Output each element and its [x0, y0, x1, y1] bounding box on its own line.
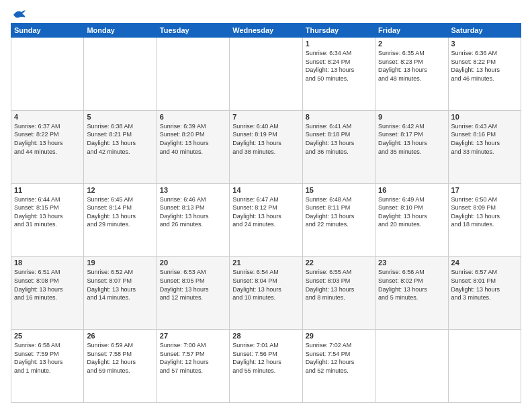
calendar-cell: 15Sunrise: 6:48 AM Sunset: 8:11 PM Dayli… [302, 183, 375, 257]
weekday-header-monday: Monday [84, 24, 157, 38]
calendar-week-row: 25Sunrise: 6:58 AM Sunset: 7:59 PM Dayli… [11, 330, 521, 403]
calendar-cell: 10Sunrise: 6:43 AM Sunset: 8:16 PM Dayli… [448, 110, 521, 183]
calendar-cell [448, 330, 521, 403]
day-info: Sunrise: 7:02 AM Sunset: 7:54 PM Dayligh… [306, 341, 372, 375]
day-number: 25 [14, 332, 81, 340]
calendar-header-row: SundayMondayTuesdayWednesdayThursdayFrid… [11, 24, 521, 38]
day-number: 20 [160, 259, 226, 267]
day-info: Sunrise: 6:50 AM Sunset: 8:09 PM Dayligh… [451, 195, 518, 229]
day-info: Sunrise: 6:43 AM Sunset: 8:16 PM Dayligh… [451, 122, 518, 156]
day-number: 27 [160, 332, 226, 340]
day-info: Sunrise: 6:36 AM Sunset: 8:22 PM Dayligh… [451, 49, 518, 83]
calendar-cell: 16Sunrise: 6:49 AM Sunset: 8:10 PM Dayli… [375, 183, 448, 257]
calendar-cell: 5Sunrise: 6:38 AM Sunset: 8:21 PM Daylig… [84, 110, 157, 183]
calendar-cell: 13Sunrise: 6:46 AM Sunset: 8:13 PM Dayli… [157, 183, 229, 257]
day-number: 12 [87, 186, 153, 194]
day-info: Sunrise: 6:53 AM Sunset: 8:05 PM Dayligh… [160, 268, 226, 302]
calendar-cell: 6Sunrise: 6:39 AM Sunset: 8:20 PM Daylig… [157, 110, 229, 183]
day-number: 14 [232, 186, 299, 194]
day-number: 8 [306, 113, 372, 121]
day-info: Sunrise: 6:44 AM Sunset: 8:15 PM Dayligh… [14, 195, 81, 229]
day-info: Sunrise: 6:38 AM Sunset: 8:21 PM Dayligh… [87, 122, 153, 156]
day-info: Sunrise: 6:58 AM Sunset: 7:59 PM Dayligh… [14, 341, 81, 375]
calendar-cell: 14Sunrise: 6:47 AM Sunset: 8:12 PM Dayli… [230, 183, 302, 257]
day-info: Sunrise: 6:51 AM Sunset: 8:08 PM Dayligh… [14, 268, 81, 302]
calendar-cell: 9Sunrise: 6:42 AM Sunset: 8:17 PM Daylig… [375, 110, 448, 183]
calendar-cell: 25Sunrise: 6:58 AM Sunset: 7:59 PM Dayli… [11, 330, 84, 403]
calendar-cell: 2Sunrise: 6:35 AM Sunset: 8:23 PM Daylig… [375, 38, 448, 111]
day-number: 24 [451, 259, 518, 267]
day-info: Sunrise: 6:49 AM Sunset: 8:10 PM Dayligh… [378, 195, 445, 229]
calendar-week-row: 4Sunrise: 6:37 AM Sunset: 8:22 PM Daylig… [11, 110, 521, 183]
header [11, 8, 521, 19]
calendar-week-row: 18Sunrise: 6:51 AM Sunset: 8:08 PM Dayli… [11, 257, 521, 330]
calendar-cell: 8Sunrise: 6:41 AM Sunset: 8:18 PM Daylig… [302, 110, 375, 183]
calendar-cell [157, 38, 229, 111]
calendar-cell: 19Sunrise: 6:52 AM Sunset: 8:07 PM Dayli… [84, 257, 157, 330]
day-info: Sunrise: 6:55 AM Sunset: 8:03 PM Dayligh… [306, 268, 372, 302]
day-number: 22 [306, 259, 372, 267]
day-number: 10 [451, 113, 518, 121]
calendar-cell: 17Sunrise: 6:50 AM Sunset: 8:09 PM Dayli… [448, 183, 521, 257]
day-number: 6 [160, 113, 226, 121]
day-info: Sunrise: 6:45 AM Sunset: 8:14 PM Dayligh… [87, 195, 153, 229]
calendar-cell: 27Sunrise: 7:00 AM Sunset: 7:57 PM Dayli… [157, 330, 229, 403]
day-number: 13 [160, 186, 226, 194]
day-info: Sunrise: 6:34 AM Sunset: 8:24 PM Dayligh… [306, 49, 372, 83]
weekday-header-thursday: Thursday [302, 24, 375, 38]
calendar-cell: 7Sunrise: 6:40 AM Sunset: 8:19 PM Daylig… [230, 110, 302, 183]
day-number: 11 [14, 186, 81, 194]
calendar-cell: 29Sunrise: 7:02 AM Sunset: 7:54 PM Dayli… [302, 330, 375, 403]
day-number: 7 [232, 113, 299, 121]
calendar-cell [11, 38, 84, 111]
day-number: 4 [14, 113, 81, 121]
day-info: Sunrise: 6:41 AM Sunset: 8:18 PM Dayligh… [306, 122, 372, 156]
calendar-cell: 11Sunrise: 6:44 AM Sunset: 8:15 PM Dayli… [11, 183, 84, 257]
day-number: 17 [451, 186, 518, 194]
day-info: Sunrise: 6:37 AM Sunset: 8:22 PM Dayligh… [14, 122, 81, 156]
day-info: Sunrise: 6:46 AM Sunset: 8:13 PM Dayligh… [160, 195, 226, 229]
day-info: Sunrise: 6:39 AM Sunset: 8:20 PM Dayligh… [160, 122, 226, 156]
day-info: Sunrise: 6:59 AM Sunset: 7:58 PM Dayligh… [87, 341, 153, 375]
logo [11, 8, 27, 19]
calendar-table: SundayMondayTuesdayWednesdayThursdayFrid… [11, 23, 521, 403]
day-number: 19 [87, 259, 153, 267]
day-number: 2 [378, 40, 445, 48]
day-info: Sunrise: 6:52 AM Sunset: 8:07 PM Dayligh… [87, 268, 153, 302]
calendar-cell: 26Sunrise: 6:59 AM Sunset: 7:58 PM Dayli… [84, 330, 157, 403]
day-number: 21 [232, 259, 299, 267]
day-number: 1 [306, 40, 372, 48]
calendar-cell: 22Sunrise: 6:55 AM Sunset: 8:03 PM Dayli… [302, 257, 375, 330]
day-number: 28 [232, 332, 299, 340]
calendar-cell: 4Sunrise: 6:37 AM Sunset: 8:22 PM Daylig… [11, 110, 84, 183]
weekday-header-sunday: Sunday [11, 24, 84, 38]
day-number: 5 [87, 113, 153, 121]
day-number: 3 [451, 40, 518, 48]
weekday-header-tuesday: Tuesday [157, 24, 229, 38]
day-info: Sunrise: 6:42 AM Sunset: 8:17 PM Dayligh… [378, 122, 445, 156]
day-info: Sunrise: 6:48 AM Sunset: 8:11 PM Dayligh… [306, 195, 372, 229]
page: SundayMondayTuesdayWednesdayThursdayFrid… [0, 0, 532, 411]
day-number: 29 [306, 332, 372, 340]
day-info: Sunrise: 6:35 AM Sunset: 8:23 PM Dayligh… [378, 49, 445, 83]
day-number: 18 [14, 259, 81, 267]
calendar-cell [84, 38, 157, 111]
calendar-cell: 20Sunrise: 6:53 AM Sunset: 8:05 PM Dayli… [157, 257, 229, 330]
calendar-cell: 23Sunrise: 6:56 AM Sunset: 8:02 PM Dayli… [375, 257, 448, 330]
logo-bird-icon [12, 8, 27, 21]
weekday-header-saturday: Saturday [448, 24, 521, 38]
calendar-cell: 12Sunrise: 6:45 AM Sunset: 8:14 PM Dayli… [84, 183, 157, 257]
calendar-cell: 28Sunrise: 7:01 AM Sunset: 7:56 PM Dayli… [230, 330, 302, 403]
calendar-cell [230, 38, 302, 111]
day-number: 23 [378, 259, 445, 267]
day-number: 9 [378, 113, 445, 121]
calendar-cell: 21Sunrise: 6:54 AM Sunset: 8:04 PM Dayli… [230, 257, 302, 330]
day-number: 16 [378, 186, 445, 194]
day-number: 15 [306, 186, 372, 194]
calendar-week-row: 11Sunrise: 6:44 AM Sunset: 8:15 PM Dayli… [11, 183, 521, 257]
day-info: Sunrise: 7:01 AM Sunset: 7:56 PM Dayligh… [232, 341, 299, 375]
calendar-cell [375, 330, 448, 403]
day-info: Sunrise: 7:00 AM Sunset: 7:57 PM Dayligh… [160, 341, 226, 375]
calendar-week-row: 1Sunrise: 6:34 AM Sunset: 8:24 PM Daylig… [11, 38, 521, 111]
day-info: Sunrise: 6:47 AM Sunset: 8:12 PM Dayligh… [232, 195, 299, 229]
